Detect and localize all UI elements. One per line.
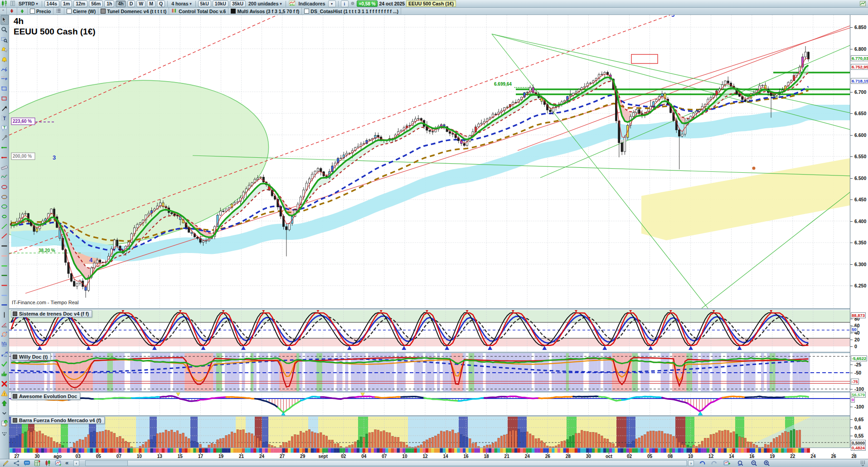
timeframe-button-Q[interactable]: Q bbox=[157, 0, 165, 7]
column-settings-button[interactable] bbox=[858, 460, 867, 467]
timeframe-button-W[interactable]: W bbox=[136, 0, 145, 7]
indicators-dropdown[interactable]: Indicadores bbox=[297, 1, 327, 7]
trendline-green-tool[interactable] bbox=[0, 221, 9, 231]
units-button-5kU[interactable]: 5kU bbox=[198, 0, 211, 7]
compare-candles-icon[interactable] bbox=[44, 460, 52, 467]
segment-green-tool[interactable] bbox=[0, 143, 9, 153]
panel-label-awesome-evolution[interactable]: Awesome Evolution Doc bbox=[11, 393, 80, 400]
timeframe-button-M[interactable]: M bbox=[147, 0, 155, 7]
units-button-10kU[interactable]: 10kU bbox=[213, 0, 228, 7]
units-button-35kU[interactable]: 35kU bbox=[230, 0, 246, 7]
draw-tool-icon[interactable] bbox=[2, 460, 10, 467]
arrow-up-marker-tool[interactable] bbox=[0, 399, 9, 409]
hline-blue-tool[interactable] bbox=[0, 300, 9, 310]
checkbox-icon[interactable] bbox=[30, 9, 35, 14]
timeframe-button-56m[interactable]: 56m bbox=[89, 0, 103, 7]
thumb-marker-tool[interactable] bbox=[0, 369, 9, 379]
orders-note-button[interactable]: 1 bbox=[0, 418, 9, 428]
ellipse-brown-tool[interactable] bbox=[0, 192, 9, 202]
timeframe-button-1h[interactable]: 1h bbox=[104, 0, 114, 7]
hline-pink-tool[interactable] bbox=[0, 251, 9, 261]
angle-tool[interactable]: α bbox=[0, 320, 9, 330]
trendline-red-tool[interactable] bbox=[0, 231, 9, 241]
fib-node-tool[interactable]: F bbox=[0, 64, 9, 74]
target-tool[interactable] bbox=[0, 330, 9, 340]
ab-projection-tool[interactable]: a+bc+ bbox=[0, 349, 9, 359]
timeframe-dropdown[interactable]: 4 horas▾ bbox=[170, 1, 193, 7]
scale-up-button[interactable] bbox=[17, 8, 28, 15]
scroll-left-button[interactable]: ‹ bbox=[73, 460, 79, 466]
redo-button[interactable] bbox=[710, 460, 718, 467]
legend-item-tunel-domenec[interactable]: Tunel Domenec v4 (t t t t t) bbox=[98, 8, 169, 15]
legend-item-multi-avisos[interactable]: Multi Avisos (3 f 3 1,5 70 f f) bbox=[228, 8, 302, 15]
legend-item-list[interactable] bbox=[53, 8, 64, 15]
instrument-selector[interactable]: SPTRD▾ bbox=[17, 1, 39, 7]
horizontal-scrollbar[interactable] bbox=[85, 460, 687, 466]
hline-darkgreen-tool[interactable] bbox=[0, 271, 9, 281]
more-options-button[interactable] bbox=[0, 428, 9, 438]
zoom-range-button[interactable] bbox=[736, 460, 744, 467]
scroll-right-button[interactable]: › bbox=[688, 460, 694, 466]
check-marker-tool[interactable] bbox=[0, 359, 9, 369]
ellipse-green-tool[interactable] bbox=[0, 202, 9, 212]
panel-label-willy-doc[interactable]: Willy Doc (t) bbox=[11, 353, 51, 360]
legend-item-control-total[interactable]: Control Total Doc v.6 bbox=[169, 8, 228, 15]
legend-item-precio[interactable]: Precio bbox=[28, 8, 53, 15]
hline-lightblue-tool[interactable] bbox=[0, 290, 9, 300]
checkbox-icon[interactable] bbox=[304, 9, 309, 14]
info-button[interactable]: i bbox=[341, 0, 349, 7]
zoom-out-button[interactable] bbox=[750, 460, 758, 467]
cross-marker-tool[interactable] bbox=[0, 379, 9, 389]
undo-button[interactable] bbox=[698, 460, 706, 467]
collapse-panel-button[interactable]: « bbox=[65, 459, 68, 466]
units-dropdown[interactable]: 200 unidades▾ bbox=[247, 1, 283, 7]
timeframe-button-D[interactable]: D bbox=[127, 0, 136, 7]
zoom-tool[interactable] bbox=[0, 25, 9, 35]
vline-tool[interactable] bbox=[0, 310, 9, 320]
comment-icon[interactable] bbox=[23, 460, 31, 467]
panel-label-barra-fuerza[interactable]: Barra Fuerza Fondo Mercado v4 (f) bbox=[11, 417, 105, 424]
alert-pointer-tool[interactable] bbox=[0, 44, 9, 54]
checkbox-icon[interactable] bbox=[67, 9, 72, 14]
timeframe-button-144s[interactable]: 144s bbox=[44, 0, 59, 7]
alert-tool[interactable] bbox=[0, 54, 9, 64]
share-icon[interactable] bbox=[12, 460, 20, 467]
ruler-tool[interactable] bbox=[0, 162, 9, 172]
warning-marker-tool[interactable]: ! bbox=[0, 389, 9, 399]
panel-label-sistema-de-trenes[interactable]: Sistema de trenes Doc v4 (f f) bbox=[11, 310, 92, 317]
arrow-tool[interactable] bbox=[0, 103, 9, 113]
zoom-in-button[interactable] bbox=[762, 460, 771, 467]
measure-tool[interactable] bbox=[0, 133, 9, 143]
legend-item-cierre[interactable]: Cierre (W) bbox=[64, 8, 98, 15]
hline-green-tool[interactable] bbox=[0, 261, 9, 271]
hline-black-tool[interactable] bbox=[0, 241, 9, 251]
ellipse-small-green-tool[interactable] bbox=[0, 212, 9, 222]
cursor-tool[interactable] bbox=[0, 15, 9, 25]
legend-collapse-button[interactable]: ⌃ bbox=[0, 8, 7, 15]
pattern-tool[interactable] bbox=[0, 172, 9, 182]
segment-red-tool[interactable] bbox=[0, 153, 9, 163]
add-chart-button[interactable] bbox=[723, 460, 731, 467]
scale-down-button[interactable] bbox=[7, 8, 17, 15]
snapshot-chart-icon[interactable] bbox=[54, 460, 62, 467]
callout-tool[interactable]: T bbox=[0, 123, 9, 133]
rectangle-red-tool[interactable] bbox=[0, 94, 9, 104]
price-chart-canvas[interactable]: 223,60 %200,00 %38,20 %3456.699,64 bbox=[9, 15, 850, 448]
date-axis[interactable]: 2730ago030507101315171921242729sept02040… bbox=[9, 448, 868, 459]
text-tool[interactable]: T bbox=[0, 113, 9, 123]
scrollbar-thumb[interactable] bbox=[127, 461, 686, 466]
levels-tool[interactable]: F bbox=[0, 74, 9, 84]
fibo-numbers-tool[interactable]: 3+5++2+4 bbox=[0, 340, 9, 350]
rectangle-blue-tool[interactable] bbox=[0, 84, 9, 94]
timeframe-button-12m[interactable]: 12m bbox=[73, 0, 87, 7]
hline-red-tool[interactable] bbox=[0, 281, 9, 291]
ellipse-red-tool[interactable] bbox=[0, 182, 9, 192]
more-tools-chevron[interactable] bbox=[0, 409, 9, 418]
export-table-icon[interactable] bbox=[33, 460, 41, 467]
timeframe-button-4h[interactable]: 4h bbox=[116, 0, 126, 7]
legend-item-ds-cotashist[interactable]: DS_CotasHist (1 t t t 3 1 1 f f f f f f … bbox=[302, 8, 401, 15]
timeframe-button-1m[interactable]: 1m bbox=[61, 0, 72, 7]
zoom-area-tool[interactable] bbox=[0, 34, 9, 44]
indicators-chevron-button[interactable]: ▾ bbox=[328, 0, 336, 7]
price-axis[interactable]: 6.8506.8006.7006.6506.6006.5506.5006.450… bbox=[850, 15, 868, 448]
